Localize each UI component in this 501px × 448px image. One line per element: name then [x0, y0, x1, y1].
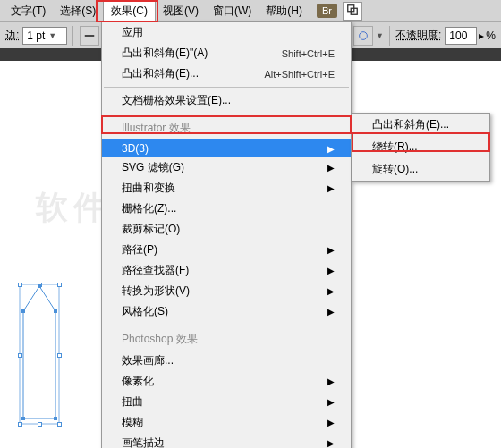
menu-item-extrude-opts[interactable]: 凸出和斜角(E)... Alt+Shift+Ctrl+E	[102, 63, 351, 84]
bridge-badge[interactable]: Br	[317, 4, 337, 18]
menu-item[interactable]: SVG 滤镜(G)▶	[102, 157, 351, 178]
3d-submenu: 凸出和斜角(E)... 绕转(R)... 旋转(O)...	[352, 113, 490, 182]
menu-window[interactable]: 窗口(W)	[206, 1, 259, 21]
menu-item-label: 画笔描边	[122, 435, 165, 448]
menu-item[interactable]: 扭曲和变换▶	[102, 178, 351, 199]
menu-item-doc-raster[interactable]: 文档栅格效果设置(E)...	[102, 90, 351, 111]
menu-item[interactable]: 路径(P)▶	[102, 240, 351, 260]
chevron-right-icon: ▶	[327, 376, 335, 386]
chevron-right-icon: ▶	[327, 144, 335, 154]
menu-text[interactable]: 文字(T)	[4, 1, 53, 21]
chevron-down-icon[interactable]: ▼	[376, 31, 384, 40]
menu-item[interactable]: 路径查找器(F)▶	[102, 260, 351, 281]
chevron-right-icon: ▶	[327, 286, 335, 296]
menu-item[interactable]: 风格化(S)▶	[102, 301, 351, 322]
menu-item[interactable]: 扭曲▶	[102, 392, 351, 412]
tool-icon-2[interactable]	[353, 26, 373, 46]
menu-item-apply[interactable]: 应用	[102, 22, 351, 43]
chevron-right-icon: ▶	[327, 163, 335, 173]
menu-item-label: 3D(3)	[122, 142, 149, 155]
menu-item[interactable]: 模糊▶	[102, 412, 351, 433]
stroke-label: 边:	[5, 28, 19, 43]
menu-item[interactable]: 画笔描边▶	[102, 433, 351, 448]
chevron-right-icon: ▶	[327, 418, 335, 427]
opacity-arrow-icon[interactable]: ▸	[479, 30, 484, 42]
menu-item-label: 扭曲和变换	[122, 181, 175, 196]
menu-item[interactable]: 裁剪标记(O)	[102, 219, 351, 240]
menu-item-label: 效果画廊...	[122, 353, 174, 368]
menu-item-label: 路径(P)	[122, 242, 157, 258]
menu-item-label: 裁剪标记(O)	[122, 222, 180, 237]
menu-item[interactable]: 3D(3)▶	[102, 139, 351, 157]
stroke-weight-field[interactable]: 1 pt ▼	[22, 27, 67, 45]
menu-item[interactable]: 效果画廊...	[102, 351, 351, 371]
separator	[72, 26, 73, 46]
menu-item-label: 扭曲	[122, 394, 143, 410]
menu-item[interactable]: 转换为形状(V)▶	[102, 281, 351, 301]
chevron-right-icon: ▶	[327, 307, 335, 317]
menubar: 文字(T) 选择(S) 效果(C) 视图(V) 窗口(W) 帮助(H) Br	[0, 0, 501, 21]
menu-section-header: Photoshop 效果	[102, 328, 351, 351]
opacity-field[interactable]: 100	[445, 27, 477, 45]
menu-separator	[104, 114, 349, 114]
menu-item-label: 路径查找器(F)	[122, 263, 189, 278]
menu-item-label: 凸出和斜角(E)"(A)	[122, 46, 208, 61]
menu-item[interactable]: 栅格化(Z)...	[102, 199, 351, 219]
menu-item-shortcut: Shift+Ctrl+E	[282, 48, 335, 59]
chevron-right-icon: ▶	[327, 183, 335, 193]
submenu-item-extrude[interactable]: 凸出和斜角(E)...	[352, 114, 489, 136]
submenu-item-revolve[interactable]: 绕转(R)...	[352, 136, 489, 158]
opacity-label: 不透明度:	[395, 28, 441, 43]
menu-view[interactable]: 视图(V)	[156, 1, 206, 21]
opacity-value: 100	[449, 30, 467, 42]
effect-menu-dropdown: 应用 凸出和斜角(E)"(A) Shift+Ctrl+E 凸出和斜角(E)...…	[101, 21, 352, 448]
menu-item-shortcut: Alt+Shift+Ctrl+E	[264, 69, 335, 80]
search-icon[interactable]	[343, 2, 362, 21]
menu-item-extrude-last[interactable]: 凸出和斜角(E)"(A) Shift+Ctrl+E	[102, 43, 351, 63]
svg-point-4	[360, 31, 368, 39]
chevron-right-icon: ▶	[327, 397, 335, 407]
menu-effect[interactable]: 效果(C)	[103, 0, 156, 21]
chevron-right-icon: ▶	[327, 266, 335, 275]
menu-item-label: 转换为形状(V)	[122, 283, 190, 299]
menu-item-label: 应用	[122, 25, 143, 40]
menu-separator	[104, 325, 349, 325]
menu-item-label: 栅格化(Z)...	[122, 201, 176, 216]
menu-item-label: 模糊	[122, 415, 143, 430]
menu-item[interactable]: 像素化▶	[102, 371, 351, 392]
opacity-suffix: %	[486, 30, 496, 42]
svg-rect-5	[20, 284, 59, 424]
menu-item-label: 文档栅格效果设置(E)...	[122, 93, 231, 108]
menu-item-label: 像素化	[122, 374, 154, 389]
menu-help[interactable]: 帮助(H)	[259, 1, 310, 21]
chevron-right-icon: ▶	[327, 245, 335, 255]
menu-item-label: SVG 滤镜(G)	[122, 160, 184, 175]
submenu-item-rotate[interactable]: 旋转(O)...	[352, 158, 489, 181]
selected-path-shape[interactable]	[16, 284, 63, 427]
chevron-right-icon: ▶	[327, 438, 335, 448]
menu-section-header: Illustrator 效果	[102, 117, 351, 139]
menu-select[interactable]: 选择(S)	[53, 1, 103, 21]
chevron-down-icon: ▼	[48, 31, 56, 40]
stroke-style-icon[interactable]	[80, 26, 99, 46]
separator	[389, 26, 390, 46]
menu-item-label: 风格化(S)	[122, 304, 168, 319]
menu-item-label: 凸出和斜角(E)...	[122, 66, 199, 81]
menu-separator	[104, 87, 349, 88]
stroke-weight-value: 1 pt	[27, 30, 45, 42]
